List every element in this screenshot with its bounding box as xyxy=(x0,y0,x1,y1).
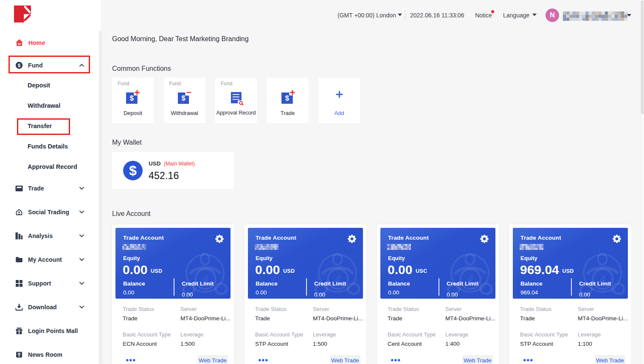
svg-text:$: $ xyxy=(285,94,289,102)
svg-text:$: $ xyxy=(181,94,185,102)
svg-text:$: $ xyxy=(130,94,134,102)
